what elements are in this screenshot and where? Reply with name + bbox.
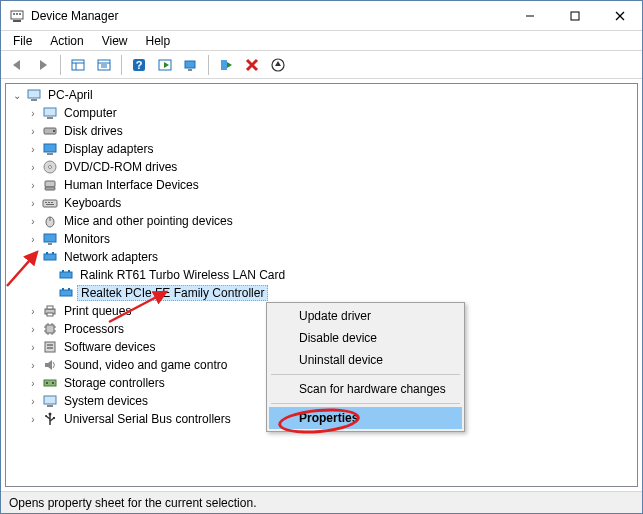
- help-button[interactable]: ?: [127, 54, 151, 76]
- mouse-icon: [42, 213, 58, 229]
- ctx-update-driver[interactable]: Update driver: [269, 305, 462, 327]
- expander-icon[interactable]: ›: [26, 160, 40, 174]
- menu-action[interactable]: Action: [42, 33, 91, 49]
- tree-node-network-child-ralink[interactable]: ›Ralink RT61 Turbo Wireless LAN Card: [6, 266, 637, 284]
- svg-rect-54: [60, 272, 72, 278]
- node-label: System devices: [62, 394, 150, 408]
- scan-hardware-button[interactable]: [179, 54, 203, 76]
- menu-file[interactable]: File: [5, 33, 40, 49]
- tree-node-disk-drives[interactable]: ›Disk drives: [6, 122, 637, 140]
- context-menu: Update driver Disable device Uninstall d…: [266, 302, 465, 432]
- tree-node-dvd[interactable]: ›DVD/CD-ROM drives: [6, 158, 637, 176]
- toolbar: ?: [1, 51, 642, 79]
- svg-rect-52: [46, 252, 48, 254]
- printer-icon: [42, 303, 58, 319]
- svg-point-3: [16, 13, 18, 15]
- node-label: Universal Serial Bus controllers: [62, 412, 233, 426]
- expander-icon[interactable]: ⌄: [26, 250, 40, 264]
- svg-rect-53: [52, 252, 54, 254]
- statusbar: Opens property sheet for the current sel…: [1, 491, 642, 513]
- svg-rect-41: [45, 187, 55, 190]
- node-label: Processors: [62, 322, 126, 336]
- node-label: Disk drives: [62, 124, 125, 138]
- node-label: Sound, video and game contro: [62, 358, 229, 372]
- node-label: Software devices: [62, 340, 157, 354]
- svg-rect-84: [53, 417, 55, 419]
- expander-icon[interactable]: ›: [26, 196, 40, 210]
- ctx-properties[interactable]: Properties: [269, 407, 462, 429]
- ctx-disable-device[interactable]: Disable device: [269, 327, 462, 349]
- expander-icon[interactable]: ›: [26, 178, 40, 192]
- svg-point-2: [13, 13, 15, 15]
- minimize-button[interactable]: [507, 1, 552, 30]
- svg-rect-79: [44, 396, 56, 404]
- svg-rect-51: [44, 254, 56, 260]
- expander-icon[interactable]: ›: [26, 394, 40, 408]
- node-label: Human Interface Devices: [62, 178, 201, 192]
- network-icon: [42, 249, 58, 265]
- disk-icon: [42, 123, 58, 139]
- svg-rect-63: [46, 325, 54, 333]
- tree-node-monitors[interactable]: ›Monitors: [6, 230, 637, 248]
- svg-text:?: ?: [136, 59, 143, 71]
- expander-icon[interactable]: ›: [26, 124, 40, 138]
- svg-rect-1: [13, 20, 21, 22]
- back-button[interactable]: [5, 54, 29, 76]
- svg-marker-10: [40, 60, 47, 70]
- menu-view[interactable]: View: [94, 33, 136, 49]
- expander-icon[interactable]: ›: [26, 412, 40, 426]
- svg-point-82: [49, 413, 52, 416]
- properties-button[interactable]: [92, 54, 116, 76]
- statusbar-text: Opens property sheet for the current sel…: [9, 496, 256, 510]
- node-label: Monitors: [62, 232, 112, 246]
- node-label: Display adapters: [62, 142, 155, 156]
- tree-node-root[interactable]: ⌄ PC-April: [6, 86, 637, 104]
- expander-icon[interactable]: ›: [26, 376, 40, 390]
- window-controls: [507, 1, 642, 30]
- forward-button[interactable]: [31, 54, 55, 76]
- tree-node-network-child-realtek[interactable]: ›Realtek PCIe FE Family Controller: [6, 284, 637, 302]
- ctx-uninstall-device[interactable]: Uninstall device: [269, 349, 462, 371]
- monitor-icon: [42, 231, 58, 247]
- tree-node-hid[interactable]: ›Human Interface Devices: [6, 176, 637, 194]
- expander-icon[interactable]: ›: [26, 232, 40, 246]
- close-button[interactable]: [597, 1, 642, 30]
- action-button[interactable]: [153, 54, 177, 76]
- update-driver-button[interactable]: [266, 54, 290, 76]
- show-hide-tree-button[interactable]: [66, 54, 90, 76]
- tree-node-keyboards[interactable]: ›Keyboards: [6, 194, 637, 212]
- svg-rect-32: [44, 108, 56, 116]
- svg-rect-74: [47, 347, 53, 349]
- expander-icon[interactable]: ›: [26, 322, 40, 336]
- svg-point-35: [53, 130, 55, 132]
- expander-icon[interactable]: ›: [26, 358, 40, 372]
- menu-help[interactable]: Help: [138, 33, 179, 49]
- expander-icon[interactable]: ›: [26, 214, 40, 228]
- enable-device-button[interactable]: [214, 54, 238, 76]
- tree-node-mice[interactable]: ›Mice and other pointing devices: [6, 212, 637, 230]
- ctx-scan-hardware[interactable]: Scan for hardware changes: [269, 378, 462, 400]
- dvd-icon: [42, 159, 58, 175]
- expander-icon[interactable]: ›: [26, 340, 40, 354]
- svg-rect-46: [46, 204, 54, 205]
- expander-icon[interactable]: ›: [26, 106, 40, 120]
- tree-node-network-adapters[interactable]: ⌄Network adapters: [6, 248, 637, 266]
- toolbar-separator: [60, 55, 61, 75]
- svg-point-4: [19, 13, 21, 15]
- computer-icon: [26, 87, 42, 103]
- svg-marker-29: [275, 61, 281, 66]
- content-area: ⌄ PC-April ›Computer ›Disk drives ›Displ…: [1, 79, 642, 491]
- svg-point-83: [45, 415, 47, 417]
- device-tree[interactable]: ⌄ PC-April ›Computer ›Disk drives ›Displ…: [5, 83, 638, 487]
- tree-node-display-adapters[interactable]: ›Display adapters: [6, 140, 637, 158]
- uninstall-device-button[interactable]: [240, 54, 264, 76]
- expander-icon[interactable]: ›: [26, 142, 40, 156]
- svg-rect-61: [47, 306, 53, 309]
- maximize-button[interactable]: [552, 1, 597, 30]
- computer-category-icon: [42, 105, 58, 121]
- tree-node-computer[interactable]: ›Computer: [6, 104, 637, 122]
- node-label: Ralink RT61 Turbo Wireless LAN Card: [78, 268, 287, 282]
- expander-icon[interactable]: ⌄: [10, 88, 24, 102]
- expander-icon[interactable]: ›: [26, 304, 40, 318]
- svg-rect-33: [47, 117, 53, 119]
